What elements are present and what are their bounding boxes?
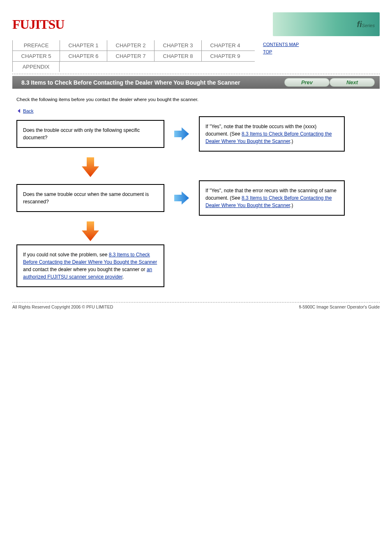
back-link[interactable]: Back	[16, 108, 34, 114]
flow3-post: .	[122, 274, 124, 280]
tab-appendix[interactable]: APPENDIX	[12, 62, 60, 72]
tab-chapter-6[interactable]: CHAPTER 6	[60, 51, 107, 61]
banner-text: fiSeries	[357, 20, 375, 29]
flow-box-3: If you could not solve the problem, see …	[16, 244, 164, 287]
back-arrow-icon	[16, 108, 22, 114]
chapter-nav: PREFACE CHAPTER 1 CHAPTER 2 CHAPTER 3 CH…	[12, 40, 255, 72]
flow-box-1-left: Does the trouble occur with only the fol…	[16, 120, 164, 148]
section-title: 8.3 Items to Check Before Contacting the…	[21, 79, 240, 86]
footer-copyright: All Rights Reserved Copyright 2006 © PFU…	[12, 304, 113, 309]
tab-chapter-2[interactable]: CHAPTER 2	[107, 40, 154, 51]
flow-a2-suf: .)	[290, 203, 293, 208]
tab-chapter-8[interactable]: CHAPTER 8	[154, 51, 201, 61]
tab-chapter-4[interactable]: CHAPTER 4	[201, 40, 249, 51]
svg-marker-4	[82, 221, 99, 241]
banner-big: fi	[357, 20, 362, 29]
logo-text: FUJITSU	[12, 17, 64, 32]
tab-chapter-1[interactable]: CHAPTER 1	[60, 40, 107, 51]
arrow-right-icon-2	[173, 189, 191, 207]
footer-doc-title: fi-5900C Image Scanner Operator's Guide	[299, 304, 380, 309]
next-button[interactable]: Next	[330, 78, 375, 87]
tab-chapter-7[interactable]: CHAPTER 7	[107, 51, 154, 61]
svg-marker-2	[82, 157, 99, 177]
tab-preface[interactable]: PREFACE	[12, 40, 60, 51]
intro-text: Check the following items before you con…	[16, 96, 376, 103]
flow3-mid: and contact the dealer where you bought …	[23, 267, 147, 272]
arrow-down-icon-2	[16, 218, 164, 244]
flow-box-2-left: Does the same trouble occur when the sam…	[16, 184, 164, 212]
svg-marker-3	[174, 191, 189, 205]
flow-q2: Does the same trouble occur when the sam…	[23, 191, 149, 205]
top-link[interactable]: TOP	[263, 49, 272, 54]
flow-box-2-right: If "Yes", note that the error recurs wit…	[199, 180, 345, 216]
tab-chapter-9[interactable]: CHAPTER 9	[201, 51, 249, 61]
tab-chapter-5[interactable]: CHAPTER 5	[12, 51, 60, 61]
flow-a1-suf: .)	[290, 138, 293, 144]
flow-box-1-right: If "Yes", note that the trouble occurs w…	[199, 116, 345, 152]
banner-small: Series	[362, 23, 375, 28]
tab-chapter-3[interactable]: CHAPTER 3	[154, 40, 201, 51]
prev-button[interactable]: Prev	[284, 78, 330, 87]
svg-marker-0	[18, 109, 20, 113]
fujitsu-logo: FUJITSU	[12, 17, 64, 32]
arrow-right-icon	[173, 125, 191, 143]
flow3-pre: If you could not solve the problem, see	[23, 252, 109, 258]
fi-series-banner: fiSeries	[273, 12, 380, 36]
flow-q1: Does the trouble occur with only the fol…	[23, 127, 140, 140]
back-link-text[interactable]: Back	[23, 108, 34, 113]
contents-map-link[interactable]: CONTENTS MAP	[263, 42, 380, 47]
arrow-down-icon	[16, 154, 164, 180]
svg-marker-1	[174, 127, 189, 140]
